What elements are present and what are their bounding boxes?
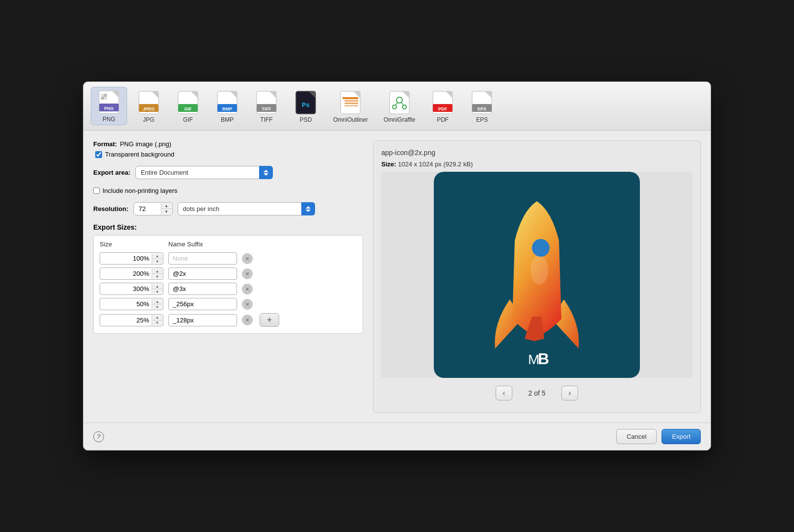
format-tab-tiff[interactable]: TIFF TIFF <box>249 88 284 125</box>
transparent-bg-label[interactable]: Transparent background <box>105 151 174 158</box>
format-tab-pdf[interactable]: PDF PDF <box>425 88 460 125</box>
format-section: Format: PNG image (.png) Transparent bac… <box>93 140 363 158</box>
size-4-spinner: ▲ ▼ <box>152 299 162 309</box>
remove-btn-2[interactable]: × <box>242 268 253 279</box>
cancel-button[interactable]: Cancel <box>616 429 657 444</box>
page-indicator: 2 of 5 <box>522 389 552 397</box>
pdf-icon: PDF <box>431 91 454 114</box>
non-printing-label[interactable]: Include non-printing layers <box>103 187 177 194</box>
eps-icon: EPS <box>470 91 494 114</box>
resolution-label: Resolution: <box>93 205 129 213</box>
svg-point-50 <box>532 239 550 257</box>
size-2-up[interactable]: ▲ <box>152 268 162 274</box>
format-tab-bmp-label: BMP <box>221 116 234 123</box>
footer-actions: Cancel Export <box>616 429 701 444</box>
size-3-wrapper: ▲ ▼ <box>100 283 163 295</box>
format-tab-bmp[interactable]: BMP BMP <box>210 88 245 125</box>
svg-text:PNG: PNG <box>104 106 114 111</box>
suffix-input-1[interactable] <box>168 252 237 265</box>
preview-size-value: 1024 x 1024 px (929.2 kB) <box>398 160 473 168</box>
format-tab-psd[interactable]: Ps PSD <box>288 88 323 125</box>
svg-text:JPEG: JPEG <box>143 106 155 111</box>
svg-text:PDF: PDF <box>438 106 448 111</box>
next-icon: › <box>568 389 571 398</box>
size-1-up[interactable]: ▲ <box>152 253 162 259</box>
format-tab-pdf-label: PDF <box>437 116 449 123</box>
svg-text:B: B <box>538 350 549 368</box>
export-area-select-container: Entire Document Current Canvas Selection <box>135 166 273 179</box>
format-label: Format: <box>93 140 117 148</box>
preview-filename: app-icon@2x.png <box>381 149 692 157</box>
format-tab-omnioutliner[interactable]: OmniOutliner <box>327 88 374 125</box>
format-tab-omnioutliner-label: OmniOutliner <box>333 116 368 123</box>
format-tab-tiff-label: TIFF <box>260 116 272 123</box>
size-3-spinner: ▲ ▼ <box>152 284 162 294</box>
format-tab-omnigraffle-label: OmniGraffle <box>384 116 415 123</box>
next-button[interactable]: › <box>561 386 578 400</box>
export-area-label: Export area: <box>93 169 131 176</box>
resolution-down-btn[interactable]: ▼ <box>161 209 172 214</box>
size-row-4: ▲ ▼ × <box>100 296 357 312</box>
suffix-input-2[interactable] <box>168 267 237 280</box>
help-button[interactable]: ? <box>93 431 104 442</box>
col-size-header: Size <box>100 240 163 248</box>
remove-btn-3[interactable]: × <box>242 284 253 294</box>
suffix-input-4[interactable] <box>168 298 237 310</box>
size-3-up[interactable]: ▲ <box>152 284 162 289</box>
svg-rect-32 <box>344 105 358 106</box>
size-2-down[interactable]: ▼ <box>152 274 162 279</box>
add-size-button[interactable]: + <box>260 313 279 327</box>
size-5-up[interactable]: ▲ <box>152 315 162 320</box>
non-printing-checkbox[interactable] <box>93 187 100 194</box>
resolution-up-btn[interactable]: ▲ <box>161 203 172 209</box>
col-suffix-header: Name Suffix <box>168 240 357 248</box>
format-tab-eps-label: EPS <box>476 116 488 123</box>
size-4-wrapper: ▲ ▼ <box>100 298 163 310</box>
preview-size-label: Size: <box>381 160 396 168</box>
size-1-down[interactable]: ▼ <box>152 259 162 264</box>
suffix-input-3[interactable] <box>168 283 237 295</box>
jpg-icon: JPEG <box>137 91 160 114</box>
format-tab-omnigraffle[interactable]: OmniGraffle <box>378 88 421 125</box>
format-tab-gif-label: GIF <box>183 116 193 123</box>
remove-btn-5[interactable]: × <box>242 315 253 325</box>
svg-text:Ps: Ps <box>302 101 310 108</box>
svg-rect-29 <box>343 97 358 99</box>
suffix-input-5[interactable] <box>168 314 237 326</box>
format-tab-png[interactable]: PNG PNG <box>91 87 127 125</box>
export-area-select[interactable]: Entire Document Current Canvas Selection <box>135 166 273 179</box>
size-5-wrapper: ▲ ▼ <box>100 314 163 326</box>
transparent-bg-checkbox[interactable] <box>95 151 102 158</box>
size-row-1: ▲ ▼ × <box>100 251 357 266</box>
size-4-up[interactable]: ▲ <box>152 299 162 304</box>
resolution-spinner: ▲ ▼ <box>161 203 172 214</box>
svg-point-49 <box>530 255 548 285</box>
right-panel: app-icon@2x.png Size: 1024 x 1024 px (92… <box>373 140 701 413</box>
format-tab-eps[interactable]: EPS EPS <box>464 88 500 125</box>
size-3-down[interactable]: ▼ <box>152 289 162 294</box>
resolution-row: Resolution: ▲ ▼ dots per inch dots per c… <box>93 202 363 215</box>
size-row-2: ▲ ▼ × <box>100 266 357 281</box>
rocket-preview: M B <box>434 172 640 378</box>
tiff-icon: TIFF <box>255 91 278 114</box>
prev-button[interactable]: ‹ <box>496 386 512 400</box>
format-tab-png-label: PNG <box>103 116 115 123</box>
export-button[interactable]: Export <box>662 429 701 444</box>
non-printing-row: Include non-printing layers <box>93 187 363 194</box>
remove-btn-4[interactable]: × <box>242 299 253 310</box>
preview-image-container: M B <box>381 172 692 378</box>
resolution-unit-select[interactable]: dots per inch dots per cm pixels per poi… <box>178 202 315 215</box>
svg-rect-4 <box>101 94 104 97</box>
svg-text:GIF: GIF <box>185 106 192 111</box>
gif-icon: GIF <box>176 91 200 114</box>
format-tab-gif[interactable]: GIF GIF <box>170 88 206 125</box>
format-tab-jpg[interactable]: JPEG JPG <box>131 88 166 125</box>
svg-rect-30 <box>344 100 358 102</box>
size-1-spinner: ▲ ▼ <box>152 253 162 264</box>
remove-btn-1[interactable]: × <box>242 253 253 264</box>
size-row-5: ▲ ▼ × + <box>100 312 357 328</box>
size-4-down[interactable]: ▼ <box>152 304 162 309</box>
size-5-down[interactable]: ▼ <box>152 320 162 325</box>
sizes-table: Size Name Suffix ▲ ▼ × <box>93 235 363 334</box>
resolution-input-wrapper: ▲ ▼ <box>133 202 173 215</box>
